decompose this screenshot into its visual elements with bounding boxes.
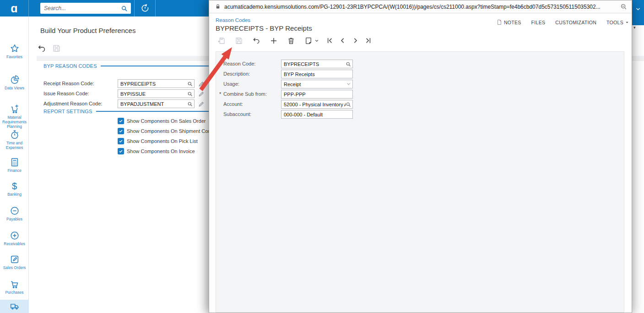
business-date-icon[interactable]: [137, 2, 153, 14]
usage-select[interactable]: Receipt: [281, 80, 353, 88]
calculator-icon: [10, 157, 20, 167]
checkbox-show-components-sales-order[interactable]: [118, 118, 124, 124]
lookup-icon[interactable]: [187, 81, 193, 87]
lookup-icon[interactable]: [346, 102, 351, 107]
sidebar-item-time-and-expenses[interactable]: Time and Expenses: [0, 128, 29, 150]
customization-menu-item[interactable]: CUSTOMIZATION: [555, 20, 596, 25]
header-divider: [134, 0, 135, 16]
go-first-button[interactable]: [326, 37, 334, 45]
checkbox-label: Show Components On Shipment Conf: [127, 128, 212, 134]
search-icon[interactable]: [121, 5, 128, 12]
field-value: BYP Receipts: [281, 71, 352, 77]
description-field[interactable]: BYP Receipts: [281, 70, 353, 78]
required-asterisk: *: [219, 60, 223, 68]
form-row: Usage: Receipt: [209, 80, 633, 88]
circle-plus-icon: [10, 231, 20, 241]
sidebar-item-material-requirements-planning[interactable]: Material Requirements Planning: [0, 103, 29, 129]
sidebar-item-payables[interactable]: Payables: [0, 204, 29, 221]
chevron-down-icon: [625, 21, 629, 24]
subaccount-field[interactable]: 000-000 - Default: [281, 110, 353, 119]
sidebar-item-finance[interactable]: Finance: [0, 156, 29, 173]
sidebar-item-label: Banking: [0, 192, 29, 197]
notes-menu-item[interactable]: NOTES: [497, 19, 521, 25]
receipt-reason-code-field[interactable]: BYPRECEIPTS: [118, 79, 195, 88]
lookup-icon[interactable]: [187, 91, 193, 97]
sidebar-item-label: Favorites: [0, 55, 29, 59]
field-value: BYPRECEIPTS: [281, 61, 346, 67]
stopwatch-icon: [10, 130, 20, 140]
edit-pencil-icon[interactable]: [198, 101, 205, 107]
sidebar: Favorites Data Views Material Requiremen…: [0, 16, 29, 313]
cart-icon: [10, 279, 20, 289]
sidebar-item-sales-orders[interactable]: Sales Orders: [0, 253, 29, 270]
breadcrumb[interactable]: Reason Codes: [216, 17, 250, 23]
menu-label: TOOLS: [606, 20, 623, 25]
url-text[interactable]: acumaticademo.kensiumsolutions.com/PG-12…: [224, 4, 612, 10]
cancel-undo-button[interactable]: [252, 37, 260, 45]
go-next-button[interactable]: [352, 37, 360, 45]
search-input[interactable]: Search...: [40, 3, 131, 14]
sidebar-item-label: Material Requirements Planning: [0, 115, 29, 129]
checkbox-show-components-shipment-conf[interactable]: [118, 128, 124, 134]
acumatica-logo[interactable]: ɑ: [0, 0, 29, 16]
lock-icon: [215, 4, 221, 10]
sidebar-item-label: Purchases: [0, 290, 29, 295]
sidebar-item-banking[interactable]: $ Banking: [0, 180, 29, 197]
pencil-square-icon: [10, 254, 20, 264]
issue-reason-code-field[interactable]: BYPISSUE: [118, 89, 195, 98]
reason-code-field[interactable]: BYPRECEIPTS: [281, 60, 353, 68]
files-menu-item[interactable]: FILES: [531, 20, 546, 25]
checkbox-show-components-pick-list[interactable]: [118, 138, 124, 144]
go-last-button[interactable]: [364, 37, 373, 45]
sidebar-item-data-views[interactable]: Data Views: [0, 73, 29, 90]
checkbox-show-components-invoice[interactable]: [118, 148, 124, 154]
save-button[interactable]: [52, 44, 61, 53]
field-label: Combine Sub from:: [223, 90, 267, 99]
dollar-icon: $: [10, 181, 20, 191]
delete-button[interactable]: [287, 37, 295, 45]
field-label: Subaccount:: [223, 110, 251, 119]
checkmark-icon: [119, 149, 123, 154]
popup-url-bar: acumaticademo.kensiumsolutions.com/PG-12…: [209, 0, 632, 13]
sidebar-item-label: Sales Orders: [0, 265, 29, 270]
menu-label: NOTES: [504, 20, 521, 25]
pie-chart-icon: [10, 75, 20, 85]
field-value: 52000 - Physical Inventory Ad: [281, 102, 346, 107]
edit-pencil-icon[interactable]: [198, 81, 205, 87]
combine-sub-from-field[interactable]: PPP-PPP: [281, 90, 353, 99]
field-value: BYPISSUE: [118, 91, 187, 97]
save-close-button[interactable]: [217, 37, 226, 45]
tools-menu-item[interactable]: TOOLS: [606, 20, 629, 25]
sidebar-item-inventory[interactable]: Inventory: [0, 300, 29, 313]
user-menu-corner[interactable]: [632, 0, 644, 25]
sidebar-item-label: Time and Expenses: [0, 141, 29, 150]
sidebar-item-favorites[interactable]: Favorites: [0, 42, 29, 59]
section-title: BYP REASON CODES: [43, 63, 97, 69]
lookup-icon[interactable]: [187, 101, 193, 107]
chevron-down-icon[interactable]: [346, 82, 351, 86]
record-nav-group: [324, 37, 375, 45]
popup-menu: NOTES FILES CUSTOMIZATION TOOLS: [497, 19, 629, 25]
go-previous-button[interactable]: [339, 37, 347, 45]
clipboard-dropdown-chevron-icon[interactable]: [314, 38, 319, 43]
form-row: * Combine Sub from: PPP-PPP: [209, 90, 633, 99]
field-label: Description:: [223, 70, 250, 78]
adjustment-reason-code-field[interactable]: BYPADJUSTMENT: [118, 99, 195, 108]
field-value: BYPADJUSTMENT: [118, 101, 187, 107]
sidebar-item-purchases[interactable]: Purchases: [0, 278, 29, 295]
url-zoom-icon[interactable]: [620, 3, 627, 10]
cart-plus-icon: [10, 104, 20, 114]
form-row: Description: BYP Receipts: [209, 70, 633, 78]
sidebar-item-receivables[interactable]: Receivables: [0, 229, 29, 246]
edit-pencil-icon[interactable]: [198, 91, 205, 97]
field-label: Receipt Reason Code:: [43, 79, 94, 88]
required-asterisk: *: [219, 90, 223, 99]
field-value: 000-000 - Default: [281, 112, 352, 117]
clipboard-button[interactable]: [304, 37, 313, 45]
undo-button[interactable]: [37, 44, 46, 53]
account-field[interactable]: 52000 - Physical Inventory Ad: [281, 100, 353, 109]
lookup-icon[interactable]: [346, 61, 351, 67]
save-button[interactable]: [235, 37, 243, 45]
checkbox-label: Show Components On Invoice: [127, 148, 195, 154]
add-new-button[interactable]: [270, 37, 278, 45]
